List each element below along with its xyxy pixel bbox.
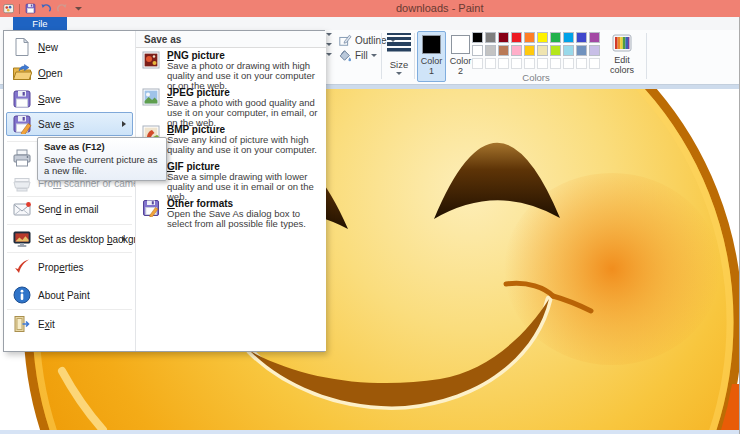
tooltip-body: Save the current picture as a new file. <box>44 155 158 176</box>
palette-empty-slot[interactable] <box>563 58 574 69</box>
palette-color-ff7f27[interactable] <box>524 32 535 43</box>
jpeg-file-icon <box>142 88 160 106</box>
save-as-submenu-header: Save as <box>136 31 326 48</box>
file-menu-item-open[interactable]: Open <box>6 61 133 85</box>
save-as-option-description: Open the Save As dialog box to select fr… <box>167 209 323 229</box>
qat-dropdown-icon[interactable] <box>72 3 84 15</box>
color2-button[interactable]: Color 2 <box>446 31 475 82</box>
file-menu-items: NewOpenSaveSave asPrintFrom scanner or c… <box>4 31 135 351</box>
file-menu-item-about-paint[interactable]: About Paint <box>6 283 133 307</box>
palette-empty-slot[interactable] <box>576 58 587 69</box>
file-menu-item-save[interactable]: Save <box>6 87 133 111</box>
menu-item-label: About Paint <box>38 290 90 301</box>
palette-color-880015[interactable] <box>498 32 509 43</box>
save-icon[interactable] <box>24 3 36 15</box>
palette-color-99d9ea[interactable] <box>563 45 574 56</box>
menu-item-label: Open <box>38 68 62 79</box>
scanner-icon <box>12 173 32 193</box>
color1-label: Color 1 <box>418 56 445 76</box>
palette-color-b97a57[interactable] <box>498 45 509 56</box>
png-file-icon <box>142 51 160 69</box>
email-icon <box>12 199 32 219</box>
save-as-tooltip: Save as (F12) Save the current picture a… <box>37 137 167 181</box>
palette-color-b5e61d[interactable] <box>550 45 561 56</box>
other-formats-icon <box>142 199 160 217</box>
title-bar: downloads - Paint <box>0 0 740 17</box>
palette-color-fff200[interactable] <box>537 32 548 43</box>
fill-dropdown-icon <box>371 54 377 57</box>
palette-color-ffaec9[interactable] <box>511 45 522 56</box>
file-menu-item-properties[interactable]: Properties <box>6 255 133 279</box>
save-as-option-jpeg-picture[interactable]: JPEG pictureSave a photo with good quali… <box>136 87 324 121</box>
fill-button[interactable]: Fill <box>338 49 377 62</box>
palette-empty-slot[interactable] <box>537 58 548 69</box>
palette-color-c3c3c3[interactable] <box>485 45 496 56</box>
qat-separator <box>19 4 20 14</box>
palette-color-00a2e8[interactable] <box>563 32 574 43</box>
palette-color-efe4b0[interactable] <box>537 45 548 56</box>
menu-separator <box>7 309 132 310</box>
gallery-more-icon[interactable] <box>326 53 332 56</box>
palette-empty-slot[interactable] <box>498 58 509 69</box>
undo-icon[interactable] <box>40 3 52 15</box>
menu-item-label: Send in email <box>38 204 99 215</box>
color1-button[interactable]: Color 1 <box>417 31 446 82</box>
save-as-icon <box>12 114 32 134</box>
file-menu-item-new[interactable]: New <box>6 35 133 59</box>
file-menu-item-send-in-email[interactable]: Send in email <box>6 197 133 221</box>
palette-color-000000[interactable] <box>472 32 483 43</box>
submenu-arrow-icon <box>122 236 126 242</box>
fill-icon <box>338 49 352 62</box>
palette-color-3f48cc[interactable] <box>576 32 587 43</box>
color2-swatch <box>451 35 470 54</box>
menu-item-label: New <box>38 42 58 53</box>
save-as-option-description: Save any kind of picture with high quali… <box>167 135 323 155</box>
file-menu-button[interactable]: File <box>13 17 67 30</box>
size-button[interactable]: Size <box>386 32 412 75</box>
palette-color-7f7f7f[interactable] <box>485 32 496 43</box>
palette-color-22b14c[interactable] <box>550 32 561 43</box>
save-as-submenu: Save as PNG pictureSave a photo or drawi… <box>136 31 326 351</box>
menu-separator <box>7 224 132 225</box>
palette-empty-slot[interactable] <box>589 58 600 69</box>
palette-empty-slot[interactable] <box>472 58 483 69</box>
menu-separator <box>7 196 132 197</box>
palette-color-ffffff[interactable] <box>472 45 483 56</box>
colors-group-label: Colors <box>472 72 600 83</box>
file-menu-item-save-as[interactable]: Save as <box>6 112 133 136</box>
palette-color-ed1c24[interactable] <box>511 32 522 43</box>
palette-empty-slot[interactable] <box>550 58 561 69</box>
ribbon-separator <box>414 33 415 79</box>
palette-color-c8bfe7[interactable] <box>589 45 600 56</box>
open-folder-icon <box>12 63 32 83</box>
palette-empty-slot[interactable] <box>485 58 496 69</box>
palette-empty-slot[interactable] <box>511 58 522 69</box>
color2-label: Color 2 <box>447 56 474 76</box>
color-palette <box>472 32 600 69</box>
palette-color-ffc90e[interactable] <box>524 45 535 56</box>
gallery-up-icon[interactable] <box>326 33 332 36</box>
save-floppy-icon <box>12 89 32 109</box>
status-bar <box>0 430 740 434</box>
edit-colors-button[interactable]: Edit colors <box>606 31 638 75</box>
save-as-option-other-formats[interactable]: Other formatsOpen the Save As dialog box… <box>136 198 324 232</box>
ribbon-tab-row: File <box>0 17 740 30</box>
window-title: downloads - Paint <box>396 2 483 14</box>
about-info-icon <box>12 285 32 305</box>
palette-empty-slot[interactable] <box>524 58 535 69</box>
menu-item-label: Save <box>38 94 61 105</box>
menu-separator <box>7 252 132 253</box>
size-icon <box>386 38 412 55</box>
gallery-down-icon[interactable] <box>326 43 332 46</box>
palette-color-7092be[interactable] <box>576 45 587 56</box>
print-icon <box>12 148 32 168</box>
redo-icon[interactable] <box>56 3 68 15</box>
palette-color-a349a4[interactable] <box>589 32 600 43</box>
file-menu-item-exit[interactable]: Exit <box>6 312 133 336</box>
ribbon-separator <box>381 33 382 79</box>
fill-label: Fill <box>355 50 368 61</box>
save-as-option-png-picture[interactable]: PNG pictureSave a photo or drawing with … <box>136 50 324 84</box>
outline-icon <box>338 34 352 47</box>
quick-access-toolbar <box>3 2 84 15</box>
file-menu-item-set-as-desktop-background[interactable]: Set as desktop background <box>6 227 133 251</box>
